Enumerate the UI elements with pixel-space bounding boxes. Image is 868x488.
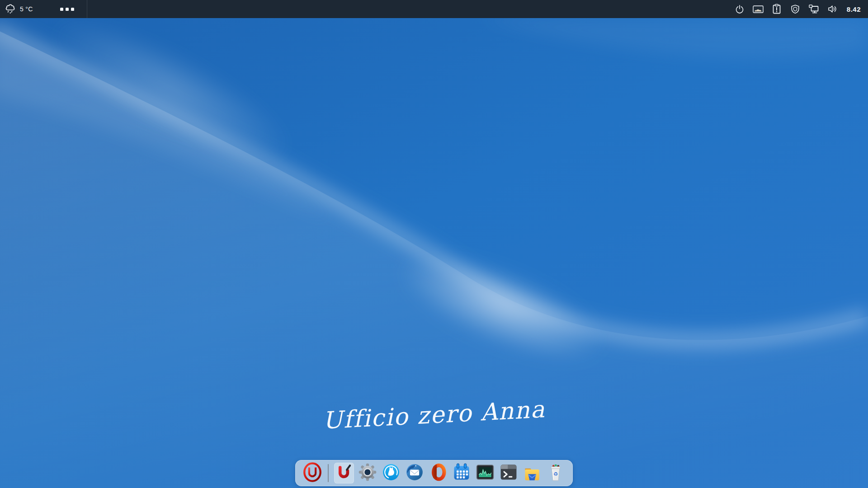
dock-item-terminal[interactable]	[499, 463, 519, 483]
dock-item-ufficiozero-menu[interactable]	[302, 463, 322, 483]
office-icon	[429, 463, 448, 483]
volume-icon[interactable]	[826, 3, 838, 15]
dock-item-file-manager[interactable]	[522, 463, 542, 483]
calendar-icon	[452, 462, 472, 484]
dock: ♻	[295, 460, 573, 486]
power-icon[interactable]	[734, 3, 745, 15]
dock-item-trash[interactable]: ♻	[546, 463, 566, 483]
panel-separator	[87, 0, 87, 18]
dock-item-office[interactable]	[428, 463, 448, 483]
system-tray: 8.42	[734, 0, 868, 18]
dock-item-calendar[interactable]	[452, 463, 472, 483]
clock[interactable]: 8.42	[847, 5, 861, 13]
gear-icon	[358, 462, 377, 484]
three-dots-icon	[60, 8, 63, 11]
ufficiozero-pen-icon	[335, 463, 354, 483]
desktop-screen: Ufficio zero Anna 5 °C	[0, 0, 868, 488]
trash-full-icon: ♻	[546, 462, 565, 484]
top-panel: 5 °C	[0, 0, 868, 18]
terminal-icon	[499, 463, 519, 483]
dock-item-settings[interactable]	[358, 463, 377, 483]
ufficiozero-logo-icon	[302, 462, 323, 484]
security-shield-icon[interactable]	[789, 3, 801, 15]
system-monitor-icon	[475, 463, 495, 483]
thunderbird-icon	[405, 462, 425, 484]
panel-overflow-button[interactable]	[60, 0, 74, 18]
librewolf-icon	[381, 462, 401, 484]
network-computer-icon[interactable]	[808, 3, 820, 15]
dock-item-thunderbird[interactable]	[405, 463, 425, 483]
dock-item-librewolf[interactable]	[381, 463, 401, 483]
dock-separator	[328, 464, 329, 482]
wallpaper	[0, 18, 868, 488]
cloud-rain-icon	[4, 1, 17, 17]
weather-temperature: 5 °C	[20, 5, 33, 13]
dock-item-system-monitor[interactable]	[475, 463, 495, 483]
svg-text:♻: ♻	[553, 471, 558, 477]
weather-widget[interactable]: 5 °C	[4, 0, 33, 18]
file-manager-icon	[522, 463, 542, 483]
clipboard-alert-icon[interactable]	[771, 3, 783, 15]
display-wallpaper-icon[interactable]	[752, 3, 764, 15]
dock-item-ufficiozero-launcher[interactable]	[334, 463, 354, 483]
